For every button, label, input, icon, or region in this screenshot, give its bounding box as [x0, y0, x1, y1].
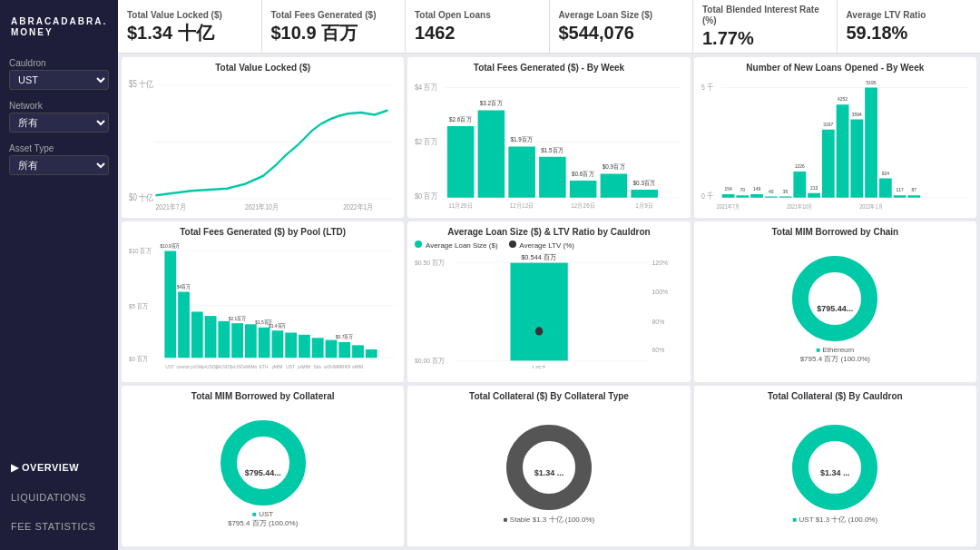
asset-type-label: Asset Type: [9, 143, 109, 153]
kpi-avg-loan-label: Average Loan Size ($): [559, 10, 684, 21]
mim-collateral-donut: $795.44... ■ UST$795.4 百万 (100.0%): [129, 405, 397, 541]
svg-rect-77: [191, 311, 203, 358]
svg-text:120%: 120%: [652, 259, 669, 267]
charts-grid: Total Value Locked ($) $5 十亿 $0 十亿 2021年…: [118, 54, 980, 550]
chart-fees-week: Total Fees Generated ($) - By Week $4 百万…: [407, 57, 690, 218]
svg-text:UST: UST: [533, 363, 546, 368]
svg-rect-75: [178, 292, 190, 358]
svg-text:wOHM: wOHM: [323, 363, 338, 368]
chart-collateral-type-body: $1.34 ... ■ Stable $1.3 十亿 (100.0%): [415, 405, 682, 541]
chart-avg-loan: Average Loan Size ($) & LTV Ratio by Cau…: [407, 221, 690, 382]
new-loans-svg: 5 千 0 千 154 70 149 40 35: [701, 76, 969, 212]
chart-collateral-type: Total Collateral ($) By Collateral Type …: [407, 386, 690, 546]
sidebar-nav: ▶ OVERVIEW LIQUIDATIONS FEE STATISTICS: [0, 444, 118, 541]
kpi-ltv-value: 59.18%: [847, 23, 972, 43]
mim-collateral-legend: ■ UST$795.4 百万 (100.0%): [228, 510, 298, 528]
svg-text:$0.9百万: $0.9百万: [603, 163, 625, 171]
chart-mim-chain-body: $795.44... ■ Ethereum$795.4 百万 (100.0%): [701, 241, 969, 377]
svg-rect-94: [366, 349, 377, 358]
svg-text:3167: 3167: [823, 121, 833, 127]
svg-text:$0.544 百万: $0.544 百万: [522, 253, 558, 261]
collateral-type-legend: ■ Stable $1.3 十亿 (100.0%): [504, 515, 594, 525]
svg-text:xMIM: xMIM: [352, 363, 364, 368]
svg-text:yvUSD: yvUSD: [230, 363, 243, 368]
sidebar-item-overview[interactable]: ▶ OVERVIEW: [0, 453, 118, 483]
svg-text:70: 70: [740, 187, 744, 193]
svg-text:$3.2百万: $3.2百万: [480, 100, 503, 107]
chart-avg-loan-body: Average Loan Size ($) Average LTV (%) $0…: [415, 241, 682, 377]
svg-rect-52: [836, 104, 848, 198]
svg-rect-78: [205, 316, 217, 358]
svg-rect-83: [259, 328, 270, 358]
svg-rect-89: [312, 338, 324, 358]
kpi-loans-value: 1462: [415, 23, 540, 43]
svg-text:$0.3百万: $0.3百万: [633, 180, 656, 187]
chart-avg-loan-title: Average Loan Size ($) & LTV Ratio by Cau…: [415, 227, 682, 237]
svg-text:yMIM: yMIM: [271, 363, 283, 368]
kpi-ltv: Average LTV Ratio 59.18%: [838, 0, 981, 53]
collateral-cauldron-donut-svg: [789, 422, 880, 513]
svg-point-124: [229, 428, 298, 497]
svg-rect-91: [338, 342, 350, 358]
svg-rect-79: [218, 321, 230, 358]
svg-rect-42: [765, 197, 778, 198]
kpi-interest-label: Total Blended Interest Rate (%): [702, 5, 828, 26]
svg-text:$10.9百万: $10.9百万: [161, 243, 180, 249]
svg-point-125: [514, 433, 583, 502]
svg-rect-46: [793, 172, 806, 198]
svg-rect-22: [570, 181, 597, 198]
svg-text:2022年1月: 2022年1月: [343, 203, 373, 212]
kpi-fees-label: Total Fees Generated ($): [271, 10, 397, 21]
asset-type-filter[interactable]: Asset Type 所有: [0, 138, 118, 181]
svg-text:UST: UST: [165, 363, 175, 368]
svg-text:$1.9百万: $1.9百万: [511, 136, 534, 143]
svg-rect-48: [808, 193, 820, 198]
sidebar-item-fee-statistics[interactable]: FEE STATISTICS: [0, 512, 118, 541]
svg-text:0 千: 0 千: [701, 192, 713, 201]
kpi-bar: Total Value Locked ($) $1.34 十亿 Total Fe…: [118, 0, 980, 54]
sidebar-item-liquidations[interactable]: LIQUIDATIONS: [0, 483, 118, 512]
kpi-avg-loan-value: $544,076: [559, 23, 684, 43]
logo-line1: ABRACADABRA.: [11, 16, 107, 27]
svg-text:924: 924: [881, 170, 888, 176]
svg-text:2021年10月: 2021年10月: [245, 203, 279, 212]
svg-text:$0.6百万: $0.6百万: [572, 171, 594, 178]
svg-rect-118: [511, 263, 568, 361]
svg-text:12月26日: 12月26日: [572, 202, 596, 210]
svg-rect-60: [893, 195, 906, 198]
mim-chain-donut: $795.44... ■ Ethereum$795.4 百万 (100.0%): [701, 241, 969, 377]
logo-line2: MONEY: [11, 27, 107, 38]
svg-rect-14: [447, 126, 475, 198]
network-filter[interactable]: Network 所有: [0, 95, 118, 138]
chart-tvl-title: Total Value Locked ($): [129, 63, 397, 73]
collateral-cauldron-donut: $1.34 ... ■ UST $1.3 十亿 (100.0%): [701, 405, 969, 541]
cauldron-filter[interactable]: Cauldron UST: [0, 53, 118, 95]
kpi-fees: Total Fees Generated ($) $10.9 百万: [262, 0, 407, 53]
svg-text:$0.7百万: $0.7百万: [336, 334, 353, 339]
svg-text:xMIMo: xMIMo: [243, 363, 257, 368]
svg-text:$2 百万: $2 百万: [415, 137, 437, 146]
svg-rect-62: [907, 195, 920, 198]
cauldron-select[interactable]: UST: [9, 70, 109, 90]
asset-type-select[interactable]: 所有: [9, 155, 109, 175]
svg-rect-58: [879, 179, 892, 198]
network-select[interactable]: 所有: [9, 113, 109, 133]
svg-rect-26: [632, 190, 659, 198]
svg-text:5 千: 5 千: [701, 83, 713, 92]
svg-text:$4百万: $4百万: [177, 284, 191, 290]
svg-rect-87: [285, 333, 297, 358]
svg-text:$0.00 百万: $0.00 百万: [415, 356, 444, 364]
svg-text:Sds: Sds: [313, 363, 321, 368]
svg-text:2021年7月: 2021年7月: [156, 203, 186, 212]
svg-point-120: [535, 327, 543, 335]
svg-text:$5 百万: $5 百万: [129, 303, 149, 310]
tvl-line-svg: $5 十亿 $0 十亿 2021年7月 2021年10月 2022年1月: [129, 76, 397, 212]
svg-text:2021年7月: 2021年7月: [716, 203, 740, 211]
kpi-interest-value: 1.77%: [702, 28, 828, 48]
chart-fees-pool-body: $10 百万 $5 百万 $0 百万 $10.9百万 $4百万: [129, 241, 397, 377]
cauldron-label: Cauldron: [9, 58, 109, 68]
svg-rect-73: [164, 251, 176, 358]
svg-text:MRKR: MRKR: [338, 363, 351, 368]
svg-rect-16: [478, 111, 505, 198]
svg-text:$0.50 百万: $0.50 百万: [415, 259, 444, 267]
